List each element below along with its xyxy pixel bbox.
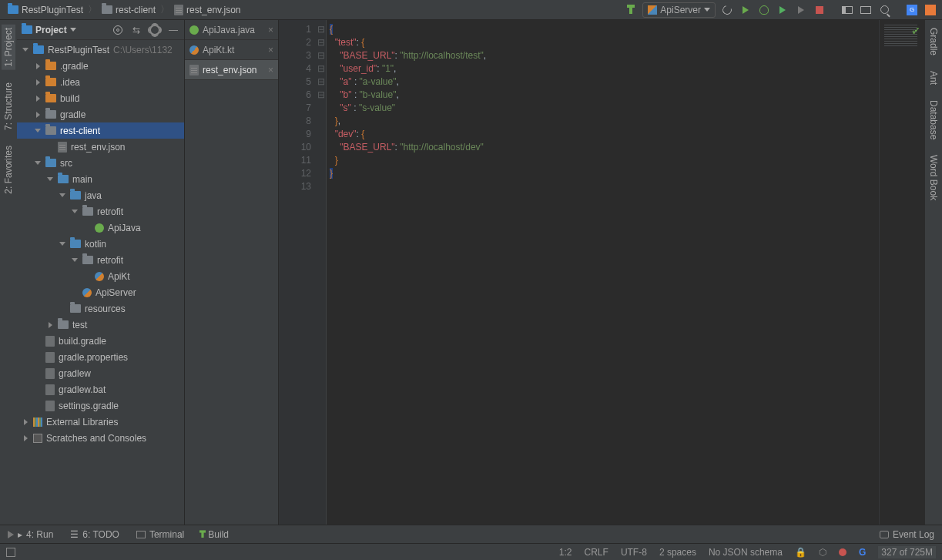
- debug-icon[interactable]: [757, 2, 771, 18]
- tree-chevron-icon[interactable]: [34, 112, 42, 118]
- editor-tab[interactable]: ApiJava.java×: [185, 20, 278, 40]
- tree-node[interactable]: ApiKt: [17, 268, 184, 284]
- project-panel-header: Project ⇆ —: [17, 20, 184, 40]
- line-separator[interactable]: CRLF: [585, 547, 608, 558]
- indent-setting[interactable]: 2 spaces: [659, 547, 696, 558]
- left-stripe-tab[interactable]: 2: Favorites: [2, 143, 15, 197]
- tree-node[interactable]: External Libraries: [17, 414, 184, 430]
- build-tool-button[interactable]: Build: [201, 529, 229, 540]
- hide-icon[interactable]: —: [167, 24, 179, 36]
- tree-node[interactable]: .gradle: [17, 58, 184, 74]
- right-stripe-tab[interactable]: Word Book: [927, 152, 940, 203]
- tree-node[interactable]: build: [17, 90, 184, 106]
- run-config-selector[interactable]: ApiServer: [642, 2, 716, 18]
- tree-node[interactable]: gradle: [17, 106, 184, 122]
- tree-node[interactable]: rest_env.json: [17, 139, 184, 155]
- editor-tab[interactable]: ApiKt.kt×: [185, 40, 278, 60]
- event-log-button[interactable]: Event Log: [880, 529, 934, 540]
- error-indicator-icon[interactable]: [839, 548, 846, 556]
- expand-icon[interactable]: ⇆: [130, 24, 142, 36]
- tree-chevron-icon[interactable]: [22, 419, 29, 425]
- close-icon[interactable]: ×: [268, 25, 273, 35]
- memory-indicator[interactable]: 327 of 725M: [878, 546, 936, 558]
- tree-node[interactable]: rest-client: [17, 122, 184, 139]
- statusbar-panel-icon[interactable]: [6, 548, 15, 557]
- tree-node[interactable]: java: [17, 187, 184, 203]
- tree-node[interactable]: ApiServer: [17, 284, 184, 300]
- tree-chevron-icon[interactable]: [59, 242, 66, 246]
- tree-chevron-icon[interactable]: [34, 161, 42, 165]
- tree-node[interactable]: src: [17, 155, 184, 171]
- stack-icon[interactable]: [924, 2, 937, 18]
- tree-node[interactable]: resources: [17, 300, 184, 317]
- panel-icon[interactable]: [840, 2, 854, 18]
- updates-icon[interactable]: ⬡: [819, 547, 826, 558]
- translate-icon[interactable]: G: [905, 2, 919, 18]
- coverage-icon[interactable]: [776, 2, 789, 18]
- tree-node[interactable]: main: [17, 171, 184, 187]
- profile-icon[interactable]: [794, 2, 808, 18]
- terminal-tool-button[interactable]: Terminal: [136, 529, 184, 540]
- editor-code[interactable]: { "test": { "BASE_URL": "http://localhos…: [327, 20, 879, 525]
- chevron-down-icon[interactable]: [70, 28, 76, 32]
- hammer-icon[interactable]: [624, 2, 638, 18]
- right-stripe-tab[interactable]: Database: [927, 97, 940, 143]
- google-icon[interactable]: G: [859, 547, 866, 558]
- right-stripe-tab[interactable]: Ant: [927, 68, 940, 88]
- run-tool-button[interactable]: ▸ 4: Run: [8, 529, 53, 540]
- tree-chevron-icon[interactable]: [71, 210, 79, 213]
- json-schema-status[interactable]: No JSON schema: [709, 547, 783, 558]
- search-icon[interactable]: [877, 2, 891, 18]
- editor-tabs: ApiJava.java×ApiKt.kt×rest_env.json×: [185, 20, 279, 525]
- tree-chevron-icon[interactable]: [34, 79, 42, 86]
- editor-tab[interactable]: rest_env.json×: [185, 60, 278, 80]
- tree-chevron-icon[interactable]: [46, 177, 54, 181]
- tree-node[interactable]: gradlew: [17, 365, 184, 381]
- file-encoding[interactable]: UTF-8: [621, 547, 647, 558]
- editor-fold-gutter[interactable]: ⊟⊟ ⊟⊟ ⊟⊟: [316, 20, 327, 525]
- tree-node[interactable]: retrofit: [17, 203, 184, 220]
- todo-tool-button[interactable]: ☰ 6: TODO: [70, 529, 119, 540]
- tree-node[interactable]: retrofit: [17, 252, 184, 268]
- stop-icon[interactable]: [813, 2, 826, 18]
- gear-icon[interactable]: [149, 24, 161, 36]
- tree-chevron-icon[interactable]: [46, 322, 54, 328]
- tree-node[interactable]: gradle.properties: [17, 349, 184, 365]
- run-config-label: ApiServer: [660, 5, 701, 15]
- left-stripe-tab[interactable]: 7: Structure: [2, 79, 15, 133]
- tree-node[interactable]: test: [17, 317, 184, 333]
- left-stripe-tab[interactable]: 1: Project: [2, 25, 15, 70]
- tree-chevron-icon[interactable]: [22, 435, 29, 441]
- tree-node[interactable]: .idea: [17, 74, 184, 90]
- close-icon[interactable]: ×: [268, 65, 273, 75]
- tree-chevron-icon[interactable]: [59, 193, 66, 197]
- tree-chevron-icon[interactable]: [34, 63, 42, 69]
- breadcrumb-item[interactable]: RestPluginTest: [5, 2, 86, 18]
- tree-node[interactable]: Scratches and Consoles: [17, 430, 184, 446]
- tree-node[interactable]: build.gradle: [17, 333, 184, 349]
- caret-position[interactable]: 1:2: [559, 547, 572, 558]
- tree-node[interactable]: ApiJava: [17, 220, 184, 236]
- panel2-icon[interactable]: [859, 2, 873, 18]
- tree-node[interactable]: kotlin: [17, 236, 184, 252]
- tree-chevron-icon[interactable]: [34, 129, 42, 132]
- tree-node[interactable]: RestPluginTest C:\Users\1132: [17, 42, 184, 58]
- file-icon: [45, 336, 55, 347]
- editor-minimap[interactable]: ✔: [879, 20, 925, 525]
- tree-node[interactable]: settings.gradle: [17, 397, 184, 414]
- target-icon[interactable]: [112, 24, 124, 36]
- breadcrumb-item[interactable]: rest_env.json: [171, 2, 243, 18]
- tree-node-label: settings.gradle: [59, 401, 119, 411]
- tree-chevron-icon[interactable]: [22, 48, 29, 52]
- tree-chevron-icon[interactable]: [71, 258, 79, 262]
- reload-icon[interactable]: [720, 2, 734, 18]
- lock-icon[interactable]: 🔒: [795, 547, 806, 558]
- close-icon[interactable]: ×: [268, 45, 273, 55]
- run-icon[interactable]: [739, 2, 753, 18]
- project-tree[interactable]: RestPluginTest C:\Users\1132.gradle.idea…: [17, 40, 184, 525]
- breadcrumb-item[interactable]: rest-client: [99, 2, 159, 18]
- tree-node[interactable]: gradlew.bat: [17, 381, 184, 397]
- right-stripe-tab[interactable]: Gradle: [927, 25, 940, 59]
- tree-chevron-icon[interactable]: [34, 96, 42, 102]
- folder-icon: [58, 320, 69, 329]
